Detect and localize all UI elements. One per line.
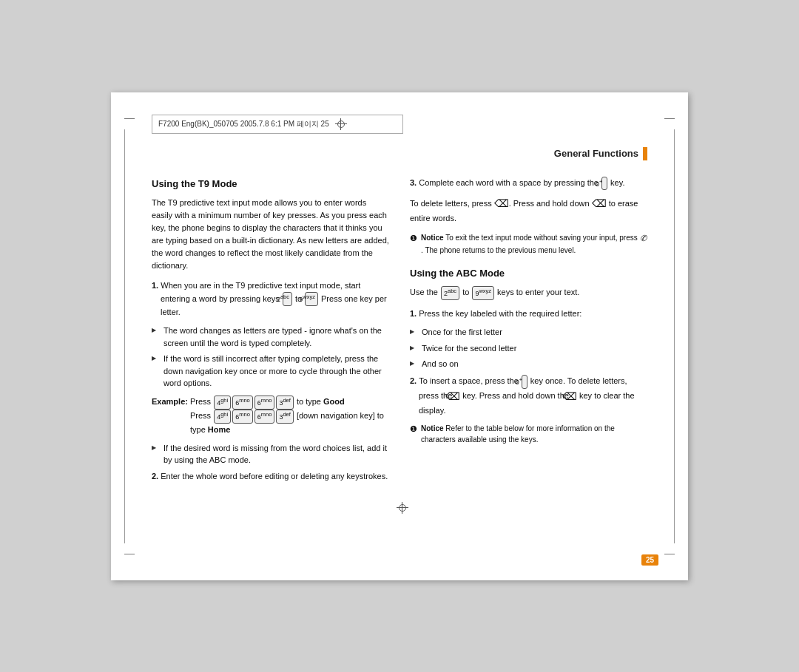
abc-step2: 2. To insert a space, press the 0+ key o… — [410, 375, 647, 418]
general-functions-label: General Functions — [554, 147, 647, 160]
notice1-content: Notice To exit the text input mode witho… — [421, 232, 647, 256]
example-line2: Press 4ghi6mno6mno3def [down navigation … — [152, 410, 389, 436]
notice1: ❶ Notice To exit the text input mode wit… — [410, 232, 647, 256]
abc-step1-text: Press the key labeled with the required … — [419, 309, 581, 318]
notice1-label: Notice — [421, 234, 444, 242]
abc-intro: Use the 2abc to 9wxyz keys to enter your… — [410, 286, 647, 300]
abc-bullet3: And so on — [410, 358, 647, 370]
ex-key-6a: 6mno — [232, 396, 253, 410]
notice1-text: To exit the text input mode without savi… — [421, 234, 647, 254]
abc-step1-num: 1. — [410, 309, 419, 318]
t9-step1: 1. When you are in the T9 predictive tex… — [152, 279, 389, 319]
abc-step2-text: To insert a space, press the 0+ key once… — [419, 376, 635, 415]
main-columns: Using the T9 Mode The T9 predictive text… — [152, 177, 647, 489]
abc-key-2: 2abc — [441, 286, 459, 300]
page-header: General Functions — [152, 147, 647, 160]
ex-key-3: 3def — [276, 396, 293, 410]
example-block: Example: Press 4ghi6mno6mno3def to type … — [152, 396, 389, 436]
step1-num: 1. — [152, 281, 158, 290]
ex2-key-6b: 6mno — [254, 410, 275, 424]
tick-right-bottom — [664, 554, 675, 554]
notice1-icon: ❶ — [410, 232, 417, 256]
tick-right-top — [664, 118, 675, 119]
abc-bullet2: Twice for the second letter — [410, 342, 647, 355]
crosshair-bottom — [397, 502, 408, 514]
example-label: Example: — [152, 397, 188, 406]
abc-key-0: 0+ — [522, 375, 527, 389]
notice2-content: Notice Refer to the table below for more… — [421, 423, 647, 445]
t9-bullet1: The word changes as letters are typed - … — [152, 325, 389, 349]
left-column: Using the T9 Mode The T9 predictive text… — [152, 177, 389, 489]
tick-left-bottom — [124, 554, 135, 554]
file-info-text: F7200 Eng(BK)_050705 2005.7.8 6:1 PM 페이지… — [158, 119, 329, 129]
orange-accent-bar — [643, 147, 647, 160]
tick-left-top — [124, 118, 135, 119]
step2-num: 2. — [152, 472, 161, 481]
file-info-bar: F7200 Eng(BK)_050705 2005.7.8 6:1 PM 페이지… — [152, 115, 403, 134]
ex2-key-4: 4ghi — [214, 410, 231, 424]
key-9wxyz: 9wxyz — [305, 292, 318, 306]
crosshair-top — [335, 118, 347, 130]
step3-num: 3. — [410, 178, 419, 187]
notice2: ❶ Notice Refer to the table below for mo… — [410, 423, 647, 445]
step3-item: 3. Complete each word with a space by pr… — [410, 177, 647, 191]
right-column: 3. Complete each word with a space by pr… — [410, 177, 647, 489]
delete-icon2: ⌫ — [592, 196, 607, 212]
example-line1: Example: Press 4ghi6mno6mno3def to type … — [152, 396, 389, 410]
page: F7200 Eng(BK)_050705 2005.7.8 6:1 PM 페이지… — [111, 92, 688, 580]
abc-bullet1: Once for the first letter — [410, 326, 647, 339]
bottom-crosshair-container — [152, 502, 647, 514]
abc-delete-icon: ⌫ — [454, 389, 460, 405]
abc-section-title: Using the ABC Mode — [410, 266, 647, 281]
ex-key-6b: 6mno — [254, 396, 275, 410]
t9-section-title: Using the T9 Mode — [152, 177, 389, 191]
ex2-key-3: 3def — [276, 410, 293, 424]
abc-step1: 1. Press the key labeled with the requir… — [410, 308, 647, 320]
key-2abc: 2abc — [283, 292, 292, 306]
abc-step2-num: 2. — [410, 376, 419, 385]
t9-bullet3: If the desired word is missing from the … — [152, 442, 389, 466]
step1-text: When you are in the T9 predictive text i… — [161, 281, 387, 316]
notice2-text: Refer to the table below for more inform… — [421, 424, 615, 444]
t9-bullet2: If the word is still incorrect after typ… — [152, 353, 389, 390]
abc-delete-icon2: ⌫ — [571, 389, 577, 405]
key-0-space: 0+ — [601, 177, 607, 191]
page-number-box: 25 — [641, 554, 658, 566]
ex-word-good: Good — [323, 397, 345, 406]
margin-line-left — [124, 129, 125, 543]
step2-text: Enter the whole word before editing or d… — [161, 472, 388, 481]
t9-step2: 2. Enter the whole word before editing o… — [152, 470, 389, 483]
header-title: General Functions — [554, 148, 638, 159]
step3-text: Complete each word with a space by press… — [419, 178, 624, 187]
notice2-label: Notice — [421, 424, 444, 432]
t9-intro: The T9 predictive text input mode allows… — [152, 197, 389, 272]
abc-key-9: 9wxyz — [472, 286, 494, 300]
delete-icon: ⌫ — [494, 196, 509, 212]
ex2-key-6a: 6mno — [232, 410, 253, 424]
notice2-icon: ❶ — [410, 423, 417, 445]
margin-line-right — [674, 129, 675, 543]
ex-word-home: Home — [208, 425, 231, 434]
delete-text: To delete letters, press ⌫. Press and ho… — [410, 196, 647, 225]
phone-icon: ✆ — [640, 232, 647, 245]
ex-key-4: 4ghi — [214, 396, 231, 410]
